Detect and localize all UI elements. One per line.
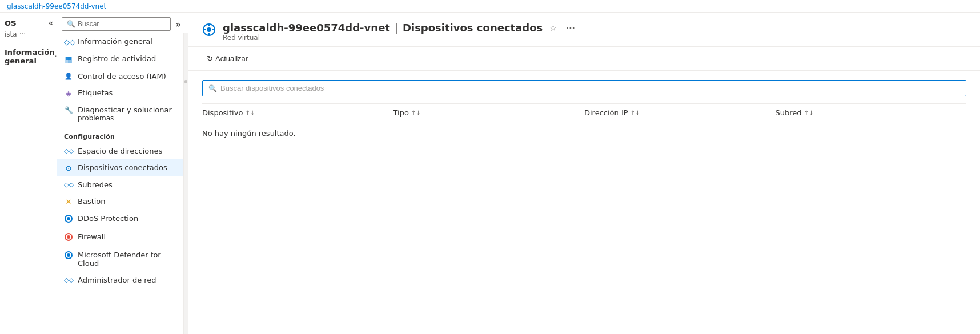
main-content: glasscaldh-99ee0574dd-vnet | Dispositivo… bbox=[188, 13, 980, 334]
column-type[interactable]: Tipo ↑↓ bbox=[393, 108, 585, 117]
sidebar-item-label: Microsoft Defender for Cloud bbox=[78, 251, 176, 268]
sidebar-item-activity[interactable]: ▦ Registro de actividad bbox=[57, 50, 183, 68]
sidebar-item-label: Control de acceso (IAM) bbox=[78, 72, 166, 81]
firewall-icon bbox=[64, 233, 73, 243]
sidebar-item-label: Firewall bbox=[78, 232, 106, 241]
sidebar-item-tags[interactable]: ◈ Etiquetas bbox=[57, 84, 183, 102]
sidebar-item-subnets[interactable]: ◇◇ Subredes bbox=[57, 176, 183, 193]
favorite-star-icon[interactable]: ☆ bbox=[547, 22, 559, 34]
iam-icon: 👤 bbox=[64, 73, 73, 80]
resource-type-label: Red virtual bbox=[223, 34, 577, 42]
resource-name: glasscaldh-99ee0574dd-vnet bbox=[223, 22, 390, 34]
sidebar-item-diagnose[interactable]: 🔧 Diagnosticar y solucionar problemas bbox=[57, 102, 183, 126]
search-icon: 🔍 bbox=[67, 20, 75, 28]
toolbar: ↻ Actualizar bbox=[188, 47, 980, 71]
svg-point-5 bbox=[67, 253, 70, 257]
sidebar-item-ddos[interactable]: DDoS Protection bbox=[57, 210, 183, 228]
sidebar-item-firewall[interactable]: Firewall bbox=[57, 228, 183, 247]
diagnose-icon: 🔧 bbox=[64, 106, 73, 114]
sidebar-item-label: Espacio de direcciones bbox=[78, 147, 162, 155]
sidebar-item-info[interactable]: ◇◇ Información general bbox=[57, 33, 183, 50]
content-header: glasscaldh-99ee0574dd-vnet | Dispositivo… bbox=[188, 13, 980, 47]
sidebar-item-iam[interactable]: 👤 Control de acceso (IAM) bbox=[57, 68, 183, 84]
sidebar-item-address-space[interactable]: ◇◇ Espacio de direcciones bbox=[57, 143, 183, 159]
sidebar-item-label: Etiquetas bbox=[78, 88, 113, 97]
column-subnet-label: Subred bbox=[776, 108, 802, 117]
page-title: Dispositivos conectados bbox=[403, 22, 543, 34]
info-icon: ◇◇ bbox=[64, 38, 73, 46]
column-device[interactable]: Dispositivo ↑↓ bbox=[202, 108, 393, 117]
bastion-icon: ✕ bbox=[64, 198, 73, 206]
more-options-icon[interactable]: ··· bbox=[564, 22, 577, 34]
sidebar-search-input[interactable] bbox=[78, 20, 166, 28]
table-empty-message: No hay ningún resultado. bbox=[202, 122, 966, 144]
sort-type-icon[interactable]: ↑↓ bbox=[411, 110, 421, 116]
sidebar-item-connected-devices[interactable]: ⊙ Dispositivos conectados bbox=[57, 159, 183, 176]
table-header: Dispositivo ↑↓ Tipo ↑↓ Dirección IP ↑↓ S… bbox=[202, 104, 966, 122]
device-search-input[interactable] bbox=[220, 84, 960, 92]
sort-subnet-icon[interactable]: ↑↓ bbox=[804, 110, 814, 116]
sidebar-item-label: Subredes bbox=[78, 180, 113, 189]
left-panel: os « ista ··· Información general ··· bbox=[0, 13, 57, 334]
column-subnet[interactable]: Subred ↑↓ bbox=[776, 108, 967, 117]
sort-device-icon[interactable]: ↑↓ bbox=[245, 110, 255, 116]
svg-point-7 bbox=[207, 27, 211, 32]
left-panel-collapse[interactable]: « bbox=[48, 18, 53, 27]
device-search-bar[interactable]: 🔍 bbox=[202, 80, 966, 96]
title-separator: | bbox=[395, 22, 398, 34]
left-net-label: Información general bbox=[5, 48, 55, 65]
diagnose-label: Diagnosticar y solucionar problemas bbox=[78, 106, 172, 122]
sidebar-item-bastion[interactable]: ✕ Bastion bbox=[57, 193, 183, 210]
subnet-icon: ◇◇ bbox=[64, 181, 73, 188]
breadcrumb-bar: glasscaldh-99ee0574dd-vnet bbox=[0, 0, 980, 13]
sidebar-item-defender[interactable]: Microsoft Defender for Cloud bbox=[57, 247, 183, 272]
sidebar-item-network-manager[interactable]: ◇◇ Administrador de red bbox=[57, 272, 183, 288]
sidebar: 🔍 » ◇◇ Información general ▦ Registro de… bbox=[57, 13, 188, 334]
sidebar-nav: ◇◇ Información general ▦ Registro de act… bbox=[57, 33, 183, 334]
svg-point-3 bbox=[67, 235, 70, 239]
table-divider bbox=[202, 147, 966, 147]
network-manager-icon: ◇◇ bbox=[64, 276, 73, 284]
left-panel-title: os bbox=[5, 17, 17, 28]
config-section-label: Configuración bbox=[57, 126, 183, 143]
refresh-button[interactable]: ↻ Actualizar bbox=[202, 51, 252, 66]
sidebar-item-label: Bastion bbox=[78, 197, 106, 206]
address-icon: ◇◇ bbox=[64, 147, 73, 155]
header-resource-icon bbox=[202, 23, 216, 39]
left-nav-ellipsis[interactable]: ··· bbox=[19, 30, 26, 38]
tag-icon: ◈ bbox=[64, 89, 73, 98]
search-icon: 🔍 bbox=[208, 84, 217, 92]
sidebar-item-label: DDoS Protection bbox=[78, 214, 138, 223]
ddos-icon bbox=[64, 215, 73, 224]
column-ip-label: Dirección IP bbox=[584, 108, 628, 117]
defender-icon bbox=[64, 251, 73, 261]
sidebar-item-label: Registro de actividad bbox=[78, 54, 156, 63]
column-type-label: Tipo bbox=[393, 108, 409, 117]
content-body: 🔍 Dispositivo ↑↓ Tipo ↑↓ Dirección IP bbox=[188, 71, 980, 334]
svg-point-1 bbox=[67, 217, 70, 220]
refresh-icon: ↻ bbox=[207, 54, 213, 63]
sidebar-search-box[interactable]: 🔍 bbox=[62, 17, 171, 31]
refresh-label: Actualizar bbox=[215, 54, 248, 63]
sidebar-collapse-button[interactable]: » bbox=[173, 18, 183, 31]
sidebar-item-label: Información general bbox=[78, 37, 152, 46]
devices-icon: ⊙ bbox=[64, 164, 73, 172]
devices-table: Dispositivo ↑↓ Tipo ↑↓ Dirección IP ↑↓ S… bbox=[202, 103, 966, 325]
column-device-label: Dispositivo bbox=[202, 108, 243, 117]
sort-ip-icon[interactable]: ↑↓ bbox=[630, 110, 640, 116]
column-ip[interactable]: Dirección IP ↑↓ bbox=[584, 108, 776, 117]
sidebar-item-label: Dispositivos conectados bbox=[78, 163, 167, 172]
sidebar-item-label: Administrador de red bbox=[78, 276, 156, 284]
left-nav-label: ista bbox=[5, 30, 17, 38]
breadcrumb-link[interactable]: glasscaldh-99ee0574dd-vnet bbox=[7, 2, 106, 10]
activity-icon: ▦ bbox=[64, 55, 73, 64]
sidebar-search-row: 🔍 » bbox=[57, 13, 188, 33]
